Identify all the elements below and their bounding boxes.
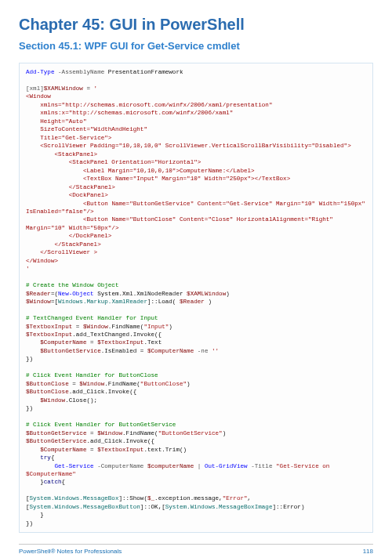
- code-token: [xml]: [26, 85, 44, 92]
- code-token: =: [86, 430, 97, 436]
- code-token: System.Windows.MessageBoxImage: [165, 504, 273, 510]
- code-token: ): [226, 291, 230, 297]
- code-token: ]::Load(: [147, 299, 180, 305]
- code-comment: # TextChanged Event Handler for Input: [26, 315, 158, 321]
- code-token: <TextBox Name="Input" Margin="10" Width=…: [26, 176, 290, 182]
- code-token: "Error": [223, 495, 248, 501]
- code-token: $TextboxInput: [97, 339, 143, 346]
- code-comment: # Click Event Handler for ButtonGetServi…: [26, 422, 176, 428]
- code-token: .Close();: [65, 397, 97, 404]
- code-token: =: [86, 339, 97, 346]
- code-token: ': [26, 266, 30, 272]
- code-token: ]::Error): [272, 504, 304, 510]
- code-token: <Window: [26, 93, 51, 100]
- code-token: .FindName(: [108, 324, 144, 330]
- code-token: ': [94, 85, 98, 92]
- code-token: </ScrollViewer >: [26, 249, 97, 255]
- code-token: {: [51, 454, 55, 461]
- code-token: }): [26, 405, 33, 411]
- code-token: {: [62, 479, 66, 485]
- code-token: $ButtonGetService: [26, 438, 86, 444]
- code-token: <DockPanel>: [26, 192, 108, 198]
- code-token: .add_TextChanged.Invoke({: [72, 331, 162, 338]
- code-token: =: [83, 85, 94, 92]
- code-token: System.Windows.MessageBoxButton: [30, 504, 140, 510]
- code-token: $ComputerName: [147, 348, 194, 354]
- code-token: $TextboxInput: [26, 331, 72, 338]
- code-token: Add-Type: [26, 69, 54, 75]
- code-token: New-Object: [58, 291, 94, 297]
- chapter-title: Chapter 45: GUI in PowerShell: [19, 16, 373, 34]
- code-token: $ButtonGetService: [26, 348, 101, 354]
- code-token: $ButtonGetService: [26, 430, 86, 436]
- code-token: $Window: [83, 324, 108, 330]
- code-token: <Button Name="ButtonGetService" Content=…: [26, 201, 369, 215]
- code-token: $Window: [97, 430, 122, 436]
- code-token: $Window: [26, 299, 51, 305]
- code-token: <Label Margin="10,10,0,10">ComputerName:…: [26, 168, 255, 174]
- code-token: -AssemblyName: [54, 69, 104, 75]
- code-token: $ComputerName: [26, 339, 86, 346]
- code-token: .text.Trim(): [143, 447, 187, 453]
- code-token: ): [223, 430, 227, 436]
- code-token: }): [26, 520, 33, 527]
- code-token: '': [212, 348, 219, 354]
- code-token: }): [26, 356, 33, 362]
- page-number: 118: [363, 548, 373, 554]
- code-token: $Window: [79, 381, 104, 387]
- code-token: SizeToContent="WidthAndHeight": [26, 126, 147, 132]
- code-token: Out-GridView: [205, 463, 248, 469]
- code-token: $ComputerName: [26, 447, 86, 453]
- code-token: .add_Click.Invoke({: [86, 438, 154, 444]
- code-token: -ne: [194, 348, 212, 354]
- code-token: =: [86, 447, 97, 453]
- code-token: "ButtonGetService": [158, 430, 223, 436]
- code-token: $XAMLWindow: [44, 85, 83, 92]
- code-token: ): [205, 299, 212, 305]
- code-token: }: [26, 512, 44, 518]
- code-token: ): [187, 381, 191, 387]
- code-comment: # Click Event Handler for ButtonClose: [26, 372, 158, 378]
- code-block: Add-Type -AssemblyName PresentationFrame…: [19, 63, 373, 533]
- code-token: System.Xml.XmlNodeReader: [94, 291, 187, 297]
- code-token: =(: [51, 291, 58, 297]
- code-token: <StackPanel Orientation="Horizontal">: [26, 159, 201, 165]
- code-token: Get-Service: [26, 463, 94, 469]
- code-token: "ButtonClose": [140, 381, 187, 387]
- code-token: ]::OK,[: [140, 504, 165, 510]
- code-token: .IsEnabled =: [101, 348, 147, 354]
- page-footer: PowerShell® Notes for Professionals 118: [19, 544, 373, 554]
- code-comment: # Create the Window Object: [26, 282, 118, 288]
- code-token: $Reader: [180, 299, 205, 305]
- code-token: catch: [44, 479, 62, 485]
- code-token: }: [26, 479, 44, 485]
- code-token: =: [69, 381, 80, 387]
- code-token: $TextboxInput: [26, 324, 72, 330]
- footer-left: PowerShell® Notes for Professionals: [19, 548, 122, 554]
- code-token: xmlns:x="http://schemas.microsoft.com/wi…: [26, 110, 233, 116]
- code-token: <StackPanel>: [26, 151, 97, 158]
- code-token: .add_Click.Invoke({: [69, 389, 137, 395]
- code-token: Windows.Markup.XamlReader: [58, 299, 147, 305]
- code-token: .FindName(: [122, 430, 158, 436]
- code-token: .exception.message,: [154, 495, 223, 501]
- code-token: $XAMLWindow: [187, 291, 226, 297]
- code-token: ): [169, 324, 172, 330]
- code-token: PresentationFramework: [104, 69, 183, 75]
- code-token: ]::Show(: [119, 495, 147, 501]
- code-token: Height="Auto": [26, 118, 86, 125]
- code-token: $computerName: [147, 463, 194, 469]
- code-token: =[: [51, 299, 58, 305]
- code-token: <ScrollViewer Padding="10,10,10,0" Scrol…: [26, 143, 351, 149]
- code-token: </StackPanel>: [26, 184, 115, 190]
- code-token: $ButtonClose: [26, 381, 69, 387]
- code-token: =: [72, 324, 83, 330]
- code-token: |: [194, 463, 205, 469]
- code-token: -Title: [248, 463, 276, 469]
- code-token: Title="Get-Service">: [26, 135, 111, 141]
- code-token: -ComputerName: [94, 463, 147, 469]
- code-token: .FindName(: [104, 381, 140, 387]
- code-token: $Window: [26, 397, 65, 404]
- code-token: "Input": [143, 324, 169, 330]
- code-token: </StackPanel>: [26, 241, 101, 248]
